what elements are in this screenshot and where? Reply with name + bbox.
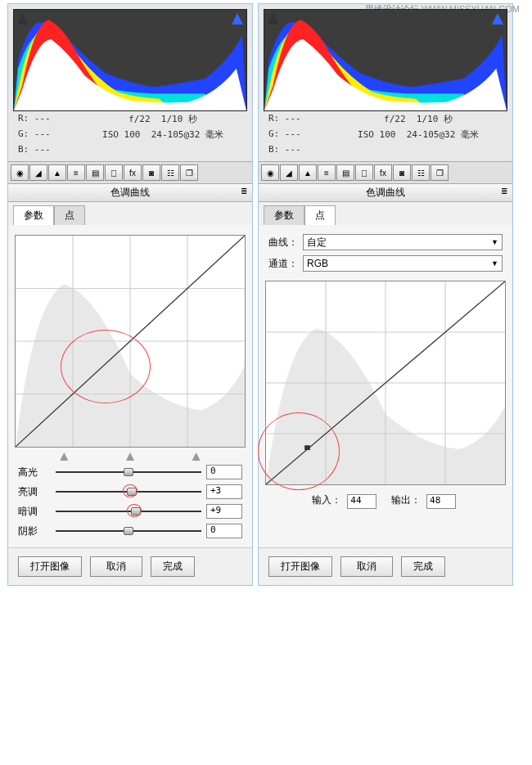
slider-label-highlight: 高光 <box>18 466 51 479</box>
section-title-r: 色调曲线 ≣ <box>259 184 512 202</box>
tab-params-r[interactable]: 参数 <box>264 205 304 225</box>
tool-lens-icon[interactable]: ⎕ <box>105 164 123 181</box>
tab-content-point: 曲线： 自定 ▼ 通道： RGB ▼ <box>259 225 512 547</box>
input-value[interactable]: 44 <box>347 494 376 509</box>
tab-point[interactable]: 点 <box>54 205 85 225</box>
highlight-clip-icon[interactable] <box>492 13 503 25</box>
tool-camera-icon[interactable]: ◙ <box>142 164 160 181</box>
channel-dropdown[interactable]: RGB ▼ <box>303 255 503 272</box>
slider-label-darks: 暗调 <box>18 505 51 519</box>
info-G: G: --- <box>18 128 83 141</box>
channel-label: 通道： <box>268 257 298 271</box>
slider-value-darks[interactable]: +9 <box>206 504 242 519</box>
tool-snapshot-icon[interactable]: ❐ <box>431 164 449 181</box>
toolbar-r: ◉ ◢ ▲ ≡ ▤ ⎕ fx ◙ ☷ ❐ <box>259 161 512 184</box>
info-B: B: --- <box>18 144 83 155</box>
curve-point <box>304 445 310 450</box>
curve-dropdown-row: 曲线： 自定 ▼ <box>265 232 506 253</box>
tool-basic-icon[interactable]: ◉ <box>261 164 279 181</box>
svg-marker-0 <box>17 13 29 25</box>
dropdown-arrow-icon: ▼ <box>491 259 498 268</box>
slider-shadows: 阴影 0 <box>15 521 246 541</box>
histogram-section: R: --- f/22 1/10 秒 G: --- ISO 100 24-105… <box>8 4 252 161</box>
tool-snapshot-icon[interactable]: ❐ <box>180 164 198 181</box>
slider-lights: 亮调 +3 <box>15 482 246 502</box>
tool-detail-icon[interactable]: ▲ <box>48 164 66 181</box>
info-iso-lens: ISO 100 24-105@32 毫米 <box>83 128 242 141</box>
shadow-clip-icon[interactable] <box>17 13 29 25</box>
output-label: 输出： <box>391 494 421 506</box>
slider-track-highlight[interactable] <box>56 466 201 478</box>
slider-track-shadows[interactable] <box>56 525 201 537</box>
slider-track-darks[interactable] <box>56 506 201 517</box>
dropdown-arrow-icon: ▼ <box>491 238 498 246</box>
tool-split-icon[interactable]: ▤ <box>336 164 354 181</box>
slider-highlight: 高光 0 <box>15 462 246 482</box>
tool-curve-icon[interactable]: ◢ <box>280 164 298 181</box>
tabs-right: 参数 点 <box>259 202 512 225</box>
tab-params[interactable]: 参数 <box>13 205 54 225</box>
svg-marker-11 <box>492 13 503 25</box>
slider-darks: 暗调 +9 <box>15 502 246 521</box>
curve-label: 曲线： <box>268 236 298 250</box>
section-title: 色调曲线 ≣ <box>8 184 252 202</box>
tool-hsl-icon[interactable]: ≡ <box>318 164 336 181</box>
slider-track-lights[interactable] <box>56 486 201 497</box>
region-markers <box>15 451 246 462</box>
info-R: R: --- <box>18 113 83 125</box>
histogram-graph <box>14 10 246 110</box>
tool-detail-icon[interactable]: ▲ <box>299 164 317 181</box>
histogram-graph-r <box>264 10 507 110</box>
svg-marker-10 <box>268 13 279 25</box>
done-button[interactable]: 完成 <box>151 556 195 577</box>
slider-value-lights[interactable]: +3 <box>206 484 242 499</box>
tool-fx-icon[interactable]: fx <box>374 164 392 181</box>
slider-value-highlight[interactable]: 0 <box>206 465 242 479</box>
channel-dropdown-row: 通道： RGB ▼ <box>265 253 506 274</box>
done-button[interactable]: 完成 <box>401 556 445 577</box>
curve-graph-params[interactable] <box>15 235 246 448</box>
histogram[interactable] <box>13 9 247 111</box>
section-toggle-icon[interactable]: ≣ <box>501 187 507 196</box>
tool-preset-icon[interactable]: ☷ <box>161 164 179 181</box>
info-row-3: B: --- <box>13 142 247 156</box>
toolbar: ◉ ◢ ▲ ≡ ▤ ⎕ fx ◙ ☷ ❐ <box>8 161 252 184</box>
bottom-bar-left: 打开图像 取消 完成 <box>8 547 252 585</box>
region-marker[interactable] <box>192 452 201 461</box>
tool-fx-icon[interactable]: fx <box>124 164 142 181</box>
panel-body-right: 参数 点 曲线： 自定 ▼ 通道： RGB ▼ <box>259 202 512 547</box>
tool-preset-icon[interactable]: ☷ <box>412 164 430 181</box>
cancel-button[interactable]: 取消 <box>90 556 142 577</box>
svg-marker-1 <box>232 13 243 25</box>
open-image-button[interactable]: 打开图像 <box>268 556 332 577</box>
output-value[interactable]: 48 <box>426 494 456 509</box>
cancel-button[interactable]: 取消 <box>340 556 393 577</box>
tab-point-r[interactable]: 点 <box>304 205 336 225</box>
info-row-2r: G: --- ISO 100 24-105@32 毫米 <box>264 127 507 142</box>
open-image-button[interactable]: 打开图像 <box>18 556 82 577</box>
info-row-2: G: --- ISO 100 24-105@32 毫米 <box>13 127 247 142</box>
histogram-r[interactable] <box>264 9 507 111</box>
info-exposure: f/22 1/10 秒 <box>83 113 242 125</box>
io-row: 输入： 44 输出： 48 <box>265 488 506 514</box>
info-row-3r: B: --- <box>264 142 507 156</box>
tool-lens-icon[interactable]: ⎕ <box>355 164 373 181</box>
curve-graph-point[interactable] <box>265 281 506 485</box>
tool-curve-icon[interactable]: ◢ <box>29 164 47 181</box>
slider-value-shadows[interactable]: 0 <box>206 524 242 538</box>
input-label: 输入： <box>312 494 341 506</box>
region-marker[interactable] <box>126 452 134 461</box>
histogram-section-r: R: --- f/22 1/10 秒 G: --- ISO 100 24-105… <box>259 4 512 161</box>
section-toggle-icon[interactable]: ≣ <box>241 187 247 196</box>
panel-body-left: 参数 点 <box>8 202 252 547</box>
highlight-clip-icon[interactable] <box>232 13 243 25</box>
tool-split-icon[interactable]: ▤ <box>86 164 104 181</box>
tool-hsl-icon[interactable]: ≡ <box>67 164 85 181</box>
bottom-bar-right: 打开图像 取消 完成 <box>259 547 512 585</box>
shadow-clip-icon[interactable] <box>268 13 279 25</box>
tabs-left: 参数 点 <box>8 202 252 225</box>
tool-basic-icon[interactable]: ◉ <box>11 164 29 181</box>
tool-camera-icon[interactable]: ◙ <box>393 164 411 181</box>
curve-dropdown[interactable]: 自定 ▼ <box>303 234 503 250</box>
region-marker[interactable] <box>60 452 68 461</box>
